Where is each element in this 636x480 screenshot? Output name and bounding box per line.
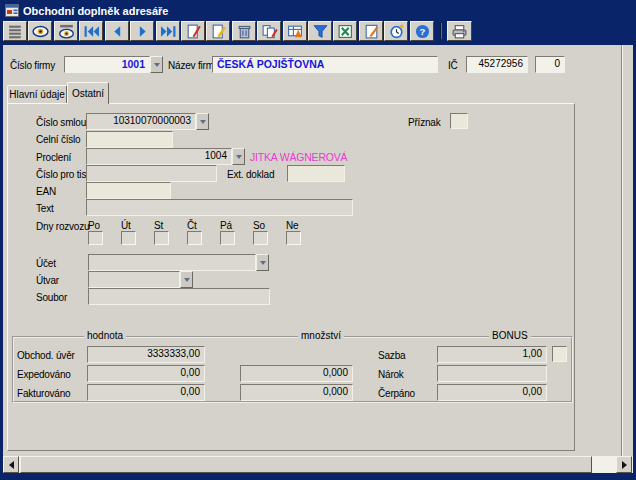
scroll-left-arrow-icon: [5, 461, 14, 469]
notes-icon: [363, 24, 380, 39]
view-eye-header-icon: [58, 24, 75, 39]
view-button[interactable]: [28, 21, 52, 41]
fakturovano-mnozstvi-field[interactable]: 0,000: [240, 384, 353, 401]
utvar-dropdown-button[interactable]: [180, 271, 193, 288]
soubor-field[interactable]: [88, 288, 270, 305]
sazba-label: Sazba: [378, 350, 405, 361]
procleni-linked-name: JITKA WÁGNEROVÁ: [250, 152, 347, 163]
new-record-button[interactable]: [181, 21, 205, 41]
help-icon: ?: [414, 24, 431, 39]
notes-button[interactable]: [359, 21, 383, 41]
tab-hlavni-udaje[interactable]: Hlavní údaje: [7, 85, 67, 103]
sazba-field[interactable]: 1,00: [437, 346, 547, 363]
table-browse-button[interactable]: [3, 21, 27, 41]
filter-icon: [312, 24, 329, 39]
utvar-field[interactable]: [88, 271, 180, 288]
hodnota-header: hodnota: [84, 330, 126, 341]
table-tools-button[interactable]: [283, 21, 307, 41]
day-label-ct: Čt: [187, 220, 197, 231]
help-button[interactable]: ?: [410, 21, 434, 41]
day-checkbox-st[interactable]: [154, 231, 169, 245]
print-button[interactable]: [447, 21, 472, 41]
expedovano-mnozstvi-field[interactable]: 0,000: [240, 365, 353, 382]
fakturovano-hodnota-field[interactable]: 0,00: [87, 384, 205, 401]
sazba-flag-box[interactable]: [552, 346, 567, 362]
cislo-pro-tisk-label: Číslo pro tisk: [36, 169, 91, 180]
day-label-pa: Pá: [220, 220, 232, 231]
utvar-label: Útvar: [36, 275, 59, 286]
day-checkbox-so[interactable]: [253, 231, 268, 245]
tab-ostatni-label: Ostatní: [72, 88, 104, 99]
ean-field[interactable]: [86, 182, 171, 199]
ic-sub-field[interactable]: 0: [535, 56, 565, 73]
obchod-uver-hodnota-field[interactable]: 3333333,00: [87, 346, 205, 363]
dny-rozvozu-label: Dny rozvozu: [36, 221, 89, 232]
tab-ostatni[interactable]: Ostatní: [67, 82, 109, 104]
next-record-button[interactable]: [130, 21, 154, 41]
day-checkbox-ct[interactable]: [187, 231, 202, 245]
window-title: Obchodní doplněk adresáře: [23, 5, 168, 17]
ic-label: IČ: [448, 60, 458, 71]
copy-record-icon: [261, 24, 278, 39]
procleni-dropdown-button[interactable]: [232, 148, 245, 165]
day-checkbox-po[interactable]: [88, 231, 103, 245]
title-bar[interactable]: Obchodní doplněk adresáře: [3, 2, 633, 19]
delete-record-button[interactable]: [232, 21, 256, 41]
table-browse-icon: [7, 24, 24, 39]
new-record-icon: [185, 24, 202, 39]
scroll-left-button[interactable]: [3, 456, 19, 473]
mnozstvi-header: množství: [298, 330, 344, 341]
narok-field[interactable]: [437, 365, 547, 382]
ucet-label: Účet: [36, 258, 56, 269]
cislo-firmy-dropdown-button[interactable]: [150, 56, 163, 73]
obchod-uver-label: Obchod. úvěr: [17, 350, 75, 361]
horizontal-scrollbar[interactable]: [3, 456, 633, 473]
day-checkbox-pa[interactable]: [220, 231, 235, 245]
cerpano-field[interactable]: 0,00: [437, 384, 547, 401]
cislo-smlouvy-field[interactable]: 10310070000003: [86, 113, 196, 130]
expedovano-hodnota-field[interactable]: 0,00: [87, 365, 205, 382]
cislo-firmy-label: Číslo firmy: [10, 60, 55, 71]
cislo-firmy-field[interactable]: 1001: [64, 56, 150, 73]
scroll-right-arrow-icon: [622, 461, 631, 469]
text-field[interactable]: [86, 199, 353, 216]
nazev-firmy-field[interactable]: ČESKÁ POJIŠŤOVNA: [212, 56, 438, 73]
day-label-ne: Ne: [286, 220, 298, 231]
excel-export-button[interactable]: [333, 21, 357, 41]
nazev-firmy-label: Název firmy: [168, 60, 219, 71]
last-record-button[interactable]: [156, 21, 180, 41]
day-checkbox-ut[interactable]: [121, 231, 136, 245]
previous-record-button[interactable]: [105, 21, 129, 41]
first-record-button[interactable]: [79, 21, 103, 41]
ucet-dropdown-button[interactable]: [256, 254, 269, 271]
next-record-icon: [134, 24, 151, 39]
ext-doklad-label: Ext. doklad: [227, 169, 274, 180]
form-right-edge-highlight: [622, 45, 623, 456]
view-eye-icon: [32, 24, 49, 39]
ic-field[interactable]: 45272956: [466, 56, 528, 73]
edit-record-button[interactable]: [206, 21, 230, 41]
ean-label: EAN: [36, 186, 56, 197]
ext-doklad-field[interactable]: [287, 165, 345, 182]
soubor-label: Soubor: [36, 292, 67, 303]
clock-button[interactable]: [384, 21, 408, 41]
cislo-pro-tisk-field[interactable]: [86, 165, 217, 182]
scroll-right-button[interactable]: [616, 456, 632, 473]
day-checkbox-ne[interactable]: [286, 231, 301, 245]
copy-record-button[interactable]: [257, 21, 281, 41]
priznak-field[interactable]: [450, 113, 468, 129]
last-record-icon: [160, 24, 177, 39]
scrollbar-thumb[interactable]: [20, 456, 592, 473]
expedovano-label: Expedováno: [17, 369, 71, 380]
celni-cislo-field[interactable]: [86, 131, 173, 148]
print-icon: [451, 24, 468, 39]
toolbar-separator: [440, 23, 442, 39]
cislo-smlouvy-dropdown-button[interactable]: [196, 113, 209, 130]
bonus-header: BONUS: [489, 330, 531, 341]
procleni-label: Proclení: [36, 152, 71, 163]
procleni-field[interactable]: 1004: [86, 148, 232, 165]
view-header-button[interactable]: [54, 21, 78, 41]
day-label-ut: Út: [121, 220, 131, 231]
ucet-field[interactable]: [88, 254, 256, 271]
filter-button[interactable]: [308, 21, 332, 41]
